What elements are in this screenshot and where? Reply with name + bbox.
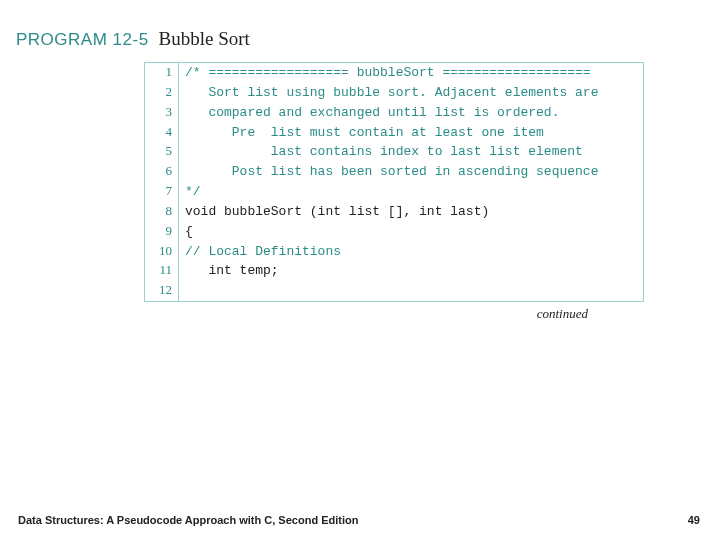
code-line: 12 bbox=[145, 281, 644, 301]
line-number: 2 bbox=[145, 83, 179, 103]
code-line: 9{ bbox=[145, 222, 644, 242]
code-text: void bubbleSort (int list [], int last) bbox=[179, 202, 644, 222]
code-line: 11 int temp; bbox=[145, 261, 644, 281]
code-text: // Local Definitions bbox=[179, 242, 644, 262]
footer-page-number: 49 bbox=[688, 514, 700, 526]
line-number: 4 bbox=[145, 123, 179, 143]
code-text: int temp; bbox=[179, 261, 644, 281]
page: PROGRAM 12-5 Bubble Sort 1/* ===========… bbox=[0, 0, 720, 540]
code-text bbox=[179, 281, 644, 301]
code-text: /* ================== bubbleSort =======… bbox=[179, 63, 644, 83]
line-number: 3 bbox=[145, 103, 179, 123]
code-line: 5 last contains index to last list eleme… bbox=[145, 142, 644, 162]
code-text: Post list has been sorted in ascending s… bbox=[179, 162, 644, 182]
code-text: Pre list must contain at least one item bbox=[179, 123, 644, 143]
code-line: 3 compared and exchanged until list is o… bbox=[145, 103, 644, 123]
program-number: PROGRAM 12-5 bbox=[16, 30, 149, 50]
line-number: 9 bbox=[145, 222, 179, 242]
line-number: 6 bbox=[145, 162, 179, 182]
code-line: 8void bubbleSort (int list [], int last) bbox=[145, 202, 644, 222]
code-line: 10// Local Definitions bbox=[145, 242, 644, 262]
footer: Data Structures: A Pseudocode Approach w… bbox=[0, 514, 720, 526]
code-text: Sort list using bubble sort. Adjacent el… bbox=[179, 83, 644, 103]
line-number: 11 bbox=[145, 261, 179, 281]
code-text: last contains index to last list element bbox=[179, 142, 644, 162]
code-text: */ bbox=[179, 182, 644, 202]
line-number: 12 bbox=[145, 281, 179, 301]
code-text: { bbox=[179, 222, 644, 242]
code-table: 1/* ================== bubbleSort ======… bbox=[144, 62, 644, 302]
line-number: 10 bbox=[145, 242, 179, 262]
code-text: compared and exchanged until list is ord… bbox=[179, 103, 644, 123]
code-line: 2 Sort list using bubble sort. Adjacent … bbox=[145, 83, 644, 103]
line-number: 1 bbox=[145, 63, 179, 83]
code-line: 6 Post list has been sorted in ascending… bbox=[145, 162, 644, 182]
line-number: 7 bbox=[145, 182, 179, 202]
code-line: 7*/ bbox=[145, 182, 644, 202]
program-header: PROGRAM 12-5 Bubble Sort bbox=[16, 28, 702, 56]
code-line: 4 Pre list must contain at least one ite… bbox=[145, 123, 644, 143]
line-number: 8 bbox=[145, 202, 179, 222]
program-title: Bubble Sort bbox=[159, 28, 250, 50]
code-line: 1/* ================== bubbleSort ======… bbox=[145, 63, 644, 83]
continued-label: continued bbox=[144, 306, 588, 322]
line-number: 5 bbox=[145, 142, 179, 162]
footer-book-title: Data Structures: A Pseudocode Approach w… bbox=[18, 514, 358, 526]
code-listing: 1/* ================== bubbleSort ======… bbox=[144, 62, 644, 322]
